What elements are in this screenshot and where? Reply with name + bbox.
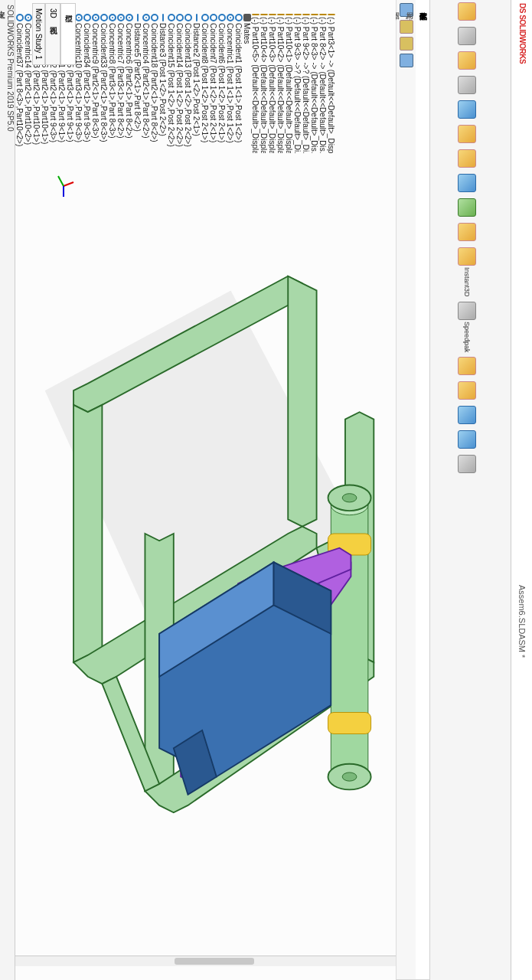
tree-item-label: Coincident33 (Part2<1>,Part 8<3>) — [100, 23, 108, 142]
tree-item[interactable]: (-) Part 8<3> -> (Default<<Default>_Dis.… — [310, 0, 318, 153]
svg-point-18 — [342, 773, 357, 781]
tree-item[interactable]: (-) Part 8<2> -> (Default<<Default>_Dis.… — [318, 0, 327, 153]
tree-item[interactable]: Distance2 (Post 1<2>,Post 2<1>) — [192, 0, 201, 153]
tree-item[interactable]: Coincident14 (Post 1<2>,Post 2<2>) — [175, 0, 184, 153]
tree-item-label: Coincident34 (Part2<1>,Part 9<3>) — [83, 23, 91, 142]
tree-item[interactable]: (-) Part10<1> (Default<<Default>_Display… — [285, 0, 293, 153]
ribbon-tab[interactable]: 装配体 — [416, 0, 429, 980]
ribbon-button-16[interactable]: 性能评估 — [430, 452, 504, 477]
part-icon — [277, 14, 285, 15]
tree-item[interactable]: Concentric4 (Part2<1>,Part 8<2>) — [142, 0, 150, 153]
tree-item[interactable]: (-) Part 9<3> ->? (Default<<Default>_Di.… — [293, 0, 302, 153]
ribbon-icon — [458, 100, 476, 119]
part-icon — [328, 14, 335, 15]
tree-item[interactable]: Distance3 (Post 1<2>,Post 2<2>) — [158, 0, 167, 153]
status-left-group: SOLIDWORKS Premium 2019 SP5.0 — [6, 5, 15, 975]
tree-item[interactable]: (-) Part10<4> (Default<<Default>_Display… — [259, 0, 268, 153]
ribbon-button-2[interactable]: 线性零部件阵列 — [430, 49, 504, 74]
graphics-viewport[interactable]: (-) Part3<1> -> (Default<<Default>_Displ… — [15, 0, 396, 980]
tree-item-label: (-) Part10<2> (Default<<Default>_Display… — [276, 17, 285, 153]
ribbon-icon — [458, 198, 476, 217]
document-title: Assem6.SLDASM * — [517, 64, 527, 980]
conc-icon — [227, 14, 234, 21]
tree-item-label: Distance2 (Post 1<2>,Post 2<1>) — [192, 23, 201, 136]
tree-item[interactable]: Coincident7 (Post 1<2>,Post 2<1>) — [209, 0, 217, 153]
tree-item[interactable]: Concentric14 (Part2<1>,Part10<2>) — [24, 0, 32, 153]
tree-item-label: (-) Part10<1> (Default<<Default>_Display… — [285, 17, 293, 153]
tree-item[interactable]: (-) Part10<5> (Default<<Default>_Display… — [251, 0, 259, 153]
coin-icon — [184, 14, 192, 21]
motion-tab[interactable]: 3D 视图 — [45, 3, 60, 65]
ribbon-button-12[interactable]: 干涉检查 — [430, 354, 504, 379]
ribbon-button-4[interactable]: 移动零部件 — [430, 98, 504, 122]
status-def: 未定义 — [0, 5, 6, 975]
part-icon — [260, 14, 268, 15]
tree-item[interactable]: (-) Part3<1> -> (Default<<Default>_Displ… — [327, 0, 335, 153]
tree-item-label: Coincident13 (Post 1<2>,Post 2<2>) — [184, 23, 192, 147]
coin-icon — [235, 14, 243, 21]
ribbon-label: Instant3D — [463, 267, 471, 297]
tree-item-label: (-) Part 8<2> -> (Default<<Default>_Dis.… — [318, 17, 327, 153]
tree-item[interactable]: Concentric9 (Part2<1>,Part 8<3>) — [91, 0, 100, 153]
command-ribbon: 插入零部件配合线性零部件阵列智能扣件移动零部件显示隐藏的零部件装配体特征参考几何… — [429, 0, 511, 980]
tree-item[interactable]: Coincident1 (Post 1<1>,Post 1<2>) — [234, 0, 243, 153]
motion-tab[interactable]: Motion Study 1 — [32, 3, 45, 65]
tree-item[interactable]: Distance5 (Part2<1>,Part 8<2>) — [133, 0, 142, 153]
scrollbar-thumb[interactable] — [175, 958, 254, 965]
tree-item[interactable]: Coincident8 (Post 1<2>,Post 2<1>) — [201, 0, 209, 153]
tree-item-label: Concentric14 (Part2<1>,Part10<2>) — [24, 23, 32, 145]
tree-item[interactable]: Concentric1 (Post 1<1>,Post 1<2>) — [226, 0, 234, 153]
ribbon-icon — [458, 125, 476, 143]
svg-marker-2 — [73, 405, 102, 662]
ribbon-icon — [458, 247, 476, 266]
tree-item[interactable]: Concentric8 (Part3<1>,Part 8<3>) — [108, 0, 116, 153]
tree-item[interactable]: Concentric6 (Part2<1>,Part 8<2>) — [125, 0, 133, 153]
dist-icon — [196, 14, 197, 21]
app-logo: DS SOLIDWORKS — [516, 0, 528, 64]
svg-rect-14 — [328, 712, 371, 733]
tree-item[interactable]: Concentric7 (Part3<1>,Part 8<2>) — [116, 0, 125, 153]
ribbon-tab-strip: 装配体布局草图标注评估SOLIDWORKS 插件MBD分析准备 — [416, 0, 429, 980]
coin-icon — [83, 14, 91, 21]
tree-item[interactable]: (-) Part 9<2> ->? (Default<<Default>_Di.… — [302, 0, 310, 153]
tree-item-label: (-) Part 8<3> -> (Default<<Default>_Dis.… — [310, 17, 318, 153]
tree-item[interactable]: Coincident15 (Post 1<2>,Post 2<2>) — [167, 0, 175, 153]
motion-tab[interactable]: 模型 — [60, 3, 76, 65]
tree-horizontal-scrollbar[interactable] — [15, 956, 396, 966]
tree-item[interactable]: Mates — [243, 0, 251, 153]
ribbon-button-3[interactable]: 智能扣件 — [430, 74, 504, 98]
tree-item[interactable]: Coincident13 (Post 1<2>,Post 2<2>) — [184, 0, 192, 153]
ribbon-button-1[interactable]: 配合 — [430, 24, 504, 49]
tree-item[interactable]: (-) Part10<2> (Default<<Default>_Display… — [276, 0, 285, 153]
ribbon-button-15[interactable]: 装配体直观 — [430, 428, 504, 452]
tree-item[interactable]: (-) Part10<3> (Default<<Default>_Display… — [268, 0, 276, 153]
ribbon-button-0[interactable]: 插入零部件 — [430, 0, 504, 24]
tree-item-label: Concentric6 (Part2<1>,Part 8<2>) — [125, 23, 133, 139]
ribbon-button-5[interactable]: 显示隐藏的零部件 — [430, 122, 504, 147]
tree-item[interactable]: Coincident6 (Post 1<2>,Post 2<1>) — [217, 0, 226, 153]
ribbon-button-6[interactable]: 装配体特征 — [430, 147, 504, 172]
conc-icon — [75, 14, 83, 21]
coin-icon — [168, 14, 175, 21]
ribbon-button-11[interactable]: Speedpak — [430, 299, 504, 355]
ribbon-button-9[interactable]: 爆炸视图 — [430, 220, 504, 245]
logo-ds-icon: DS — [518, 3, 527, 15]
tree-item-label: Coincident7 (Post 1<2>,Post 2<1>) — [209, 23, 217, 142]
tree-item-label: Coincident15 (Post 1<2>,Post 2<2>) — [167, 23, 175, 147]
ribbon-tab[interactable]: 布局 — [402, 0, 416, 980]
ribbon-button-10[interactable]: Instant3D — [430, 245, 504, 299]
tree-item-label: Concentric8 (Part3<1>,Part 8<3>) — [108, 23, 116, 139]
ribbon-button-13[interactable]: 间隙验证 — [430, 379, 504, 403]
tree-item-label: (-) Part 9<3> ->? (Default<<Default>_Di.… — [293, 17, 302, 153]
ribbon-button-14[interactable]: 孔对齐 — [430, 403, 504, 428]
tree-item[interactable]: Coincident34 (Part2<1>,Part 9<3>) — [83, 0, 91, 153]
premium-label: SOLIDWORKS Premium 2019 SP5.0 — [6, 5, 15, 975]
svg-marker-3 — [288, 276, 316, 527]
tree-item[interactable]: Coincident18 (Part2<1>,Part 8<2>) — [150, 0, 158, 153]
ribbon-icon — [458, 302, 476, 320]
tree-item[interactable]: Coincident37 (Part 8<3>,Part10<2>) — [15, 0, 24, 153]
ribbon-button-8[interactable]: 新建运动算例 — [430, 196, 504, 220]
tree-item-label: Mates — [243, 23, 251, 44]
ribbon-button-7[interactable]: 参考几何体 — [430, 172, 504, 196]
tree-item[interactable]: Coincident33 (Part2<1>,Part 8<3>) — [100, 0, 108, 153]
